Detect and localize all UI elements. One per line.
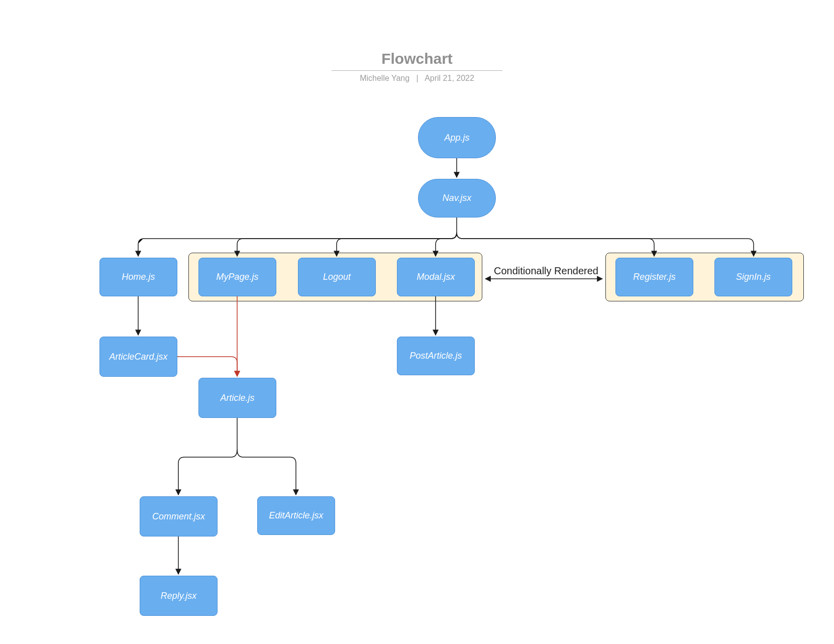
node-nav: Nav.jsx [418, 179, 496, 218]
edges-layer [0, 0, 834, 644]
node-app-label: App.js [444, 133, 469, 143]
node-comment-label: Comment.jsx [152, 511, 205, 522]
node-article: Article.js [198, 378, 276, 418]
node-signin-label: SignIn.js [736, 272, 771, 282]
node-articlecard-label: ArticleCard.jsx [109, 352, 167, 362]
page-title: Flowchart [332, 50, 502, 71]
node-mypage-label: MyPage.js [216, 272, 258, 282]
node-articlecard: ArticleCard.jsx [99, 337, 177, 377]
flowchart-canvas: Flowchart Michelle Yang | April 21, 2022… [0, 0, 834, 644]
node-editarticle-label: EditArticle.jsx [269, 510, 323, 521]
node-article-label: Article.js [220, 393, 254, 403]
node-logout: Logout [298, 258, 376, 296]
edge-label-conditional: Conditionally Rendered [494, 265, 598, 277]
node-comment: Comment.jsx [140, 496, 218, 536]
node-app: App.js [418, 117, 496, 158]
node-reply-label: Reply.jsx [161, 591, 197, 601]
node-register-label: Register.js [633, 272, 675, 282]
node-nav-label: Nav.jsx [443, 193, 472, 203]
date: April 21, 2022 [425, 74, 474, 82]
node-postarticle-label: PostArticle.js [409, 351, 462, 361]
node-signin: SignIn.js [714, 258, 792, 296]
node-logout-label: Logout [323, 272, 351, 282]
node-modal-label: Modal.jsx [416, 272, 455, 282]
node-reply: Reply.jsx [140, 576, 218, 616]
page-subtitle: Michelle Yang | April 21, 2022 [332, 74, 502, 83]
node-editarticle: EditArticle.jsx [257, 496, 335, 535]
node-mypage: MyPage.js [198, 258, 276, 296]
title-block: Flowchart Michelle Yang | April 21, 2022 [332, 50, 502, 83]
node-register: Register.js [615, 258, 693, 296]
separator: | [416, 74, 419, 82]
node-home-label: Home.js [122, 272, 155, 282]
author-name: Michelle Yang [360, 74, 409, 82]
node-modal: Modal.jsx [397, 258, 475, 296]
node-postarticle: PostArticle.js [397, 337, 475, 375]
node-home: Home.js [99, 258, 177, 296]
